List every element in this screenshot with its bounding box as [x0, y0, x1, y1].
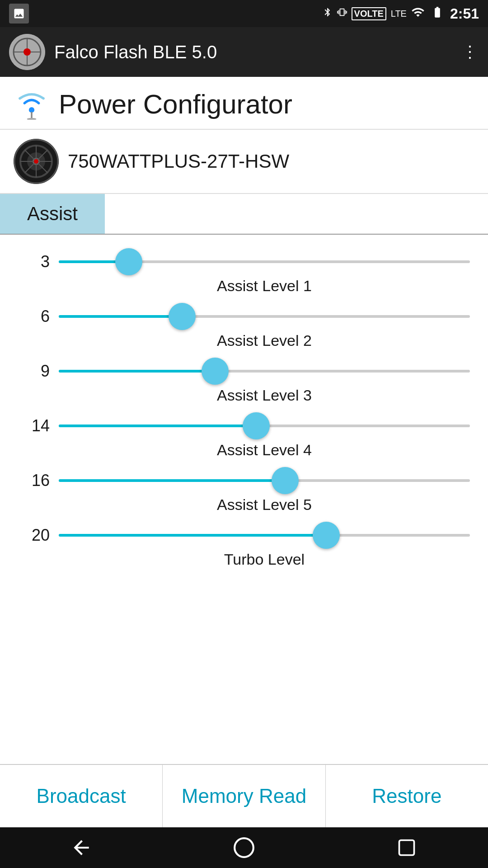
app-title: Falco Flash BLE 5.0 — [54, 42, 217, 62]
page-title: Power Configurator — [59, 89, 292, 120]
menu-button[interactable]: ⋮ — [462, 42, 479, 61]
device-name: 750WATTPLUS-27T-HSW — [68, 151, 289, 172]
svg-point-4 — [23, 48, 31, 56]
home-button[interactable] — [230, 834, 258, 861]
restore-button[interactable]: Restore — [326, 765, 488, 827]
slider-value-4: 14 — [18, 416, 50, 435]
tab-assist[interactable]: Assist — [0, 194, 105, 234]
recent-button[interactable] — [393, 834, 420, 861]
status-icons: VOLTE LTE 2:51 — [323, 5, 479, 22]
bottom-buttons: Broadcast Memory Read Restore — [0, 764, 488, 827]
lte-icon: LTE — [391, 9, 407, 19]
bluetooth-icon — [323, 5, 333, 22]
slider-5[interactable] — [59, 467, 470, 494]
nav-bar — [0, 827, 488, 868]
slider-label-2: Assist Level 2 — [59, 332, 470, 349]
photo-icon — [9, 4, 29, 24]
time-display: 2:51 — [450, 5, 479, 22]
slider-label-6: Turbo Level — [59, 551, 470, 568]
app-bar: Falco Flash BLE 5.0 ⋮ — [0, 27, 488, 77]
slider-label-3: Assist Level 3 — [59, 387, 470, 404]
volte-badge: VOLTE — [352, 7, 386, 20]
slider-4[interactable] — [59, 412, 470, 439]
slider-label-1: Assist Level 1 — [59, 277, 470, 295]
slider-row-1: 3 Assist Level 1 — [18, 248, 470, 298]
wifi-icon — [14, 86, 50, 122]
signal-icon — [411, 5, 425, 22]
slider-value-1: 3 — [18, 252, 50, 271]
svg-point-5 — [29, 107, 34, 113]
tab-bar: Assist — [0, 194, 488, 235]
slider-label-4: Assist Level 4 — [59, 441, 470, 459]
sliders-container: 3 Assist Level 1 6 Assist Level 2 9 — [0, 235, 488, 590]
app-logo — [9, 34, 45, 70]
svg-point-7 — [27, 118, 37, 120]
slider-value-2: 6 — [18, 307, 50, 326]
svg-rect-18 — [399, 840, 414, 855]
slider-row-6: 20 Turbo Level — [18, 522, 470, 572]
slider-value-5: 16 — [18, 471, 50, 490]
slider-row-5: 16 Assist Level 5 — [18, 467, 470, 517]
svg-point-16 — [34, 159, 38, 164]
slider-row-4: 14 Assist Level 4 — [18, 412, 470, 462]
back-button[interactable] — [68, 834, 95, 861]
slider-6[interactable] — [59, 522, 470, 549]
broadcast-button[interactable]: Broadcast — [0, 765, 163, 827]
slider-1[interactable] — [59, 248, 470, 275]
svg-point-17 — [235, 838, 253, 857]
slider-2[interactable] — [59, 303, 470, 330]
slider-label-5: Assist Level 5 — [59, 496, 470, 514]
slider-row-3: 9 Assist Level 3 — [18, 358, 470, 408]
page-header: Power Configurator — [0, 77, 488, 130]
slider-row-2: 6 Assist Level 2 — [18, 303, 470, 353]
battery-icon — [429, 6, 446, 22]
slider-value-3: 9 — [18, 362, 50, 381]
status-bar: VOLTE LTE 2:51 — [0, 0, 488, 27]
vibrate-icon — [337, 5, 347, 22]
device-section: 750WATTPLUS-27T-HSW — [0, 130, 488, 194]
device-icon — [14, 139, 59, 184]
memory-read-button[interactable]: Memory Read — [163, 765, 325, 827]
slider-3[interactable] — [59, 358, 470, 385]
slider-value-6: 20 — [18, 526, 50, 545]
